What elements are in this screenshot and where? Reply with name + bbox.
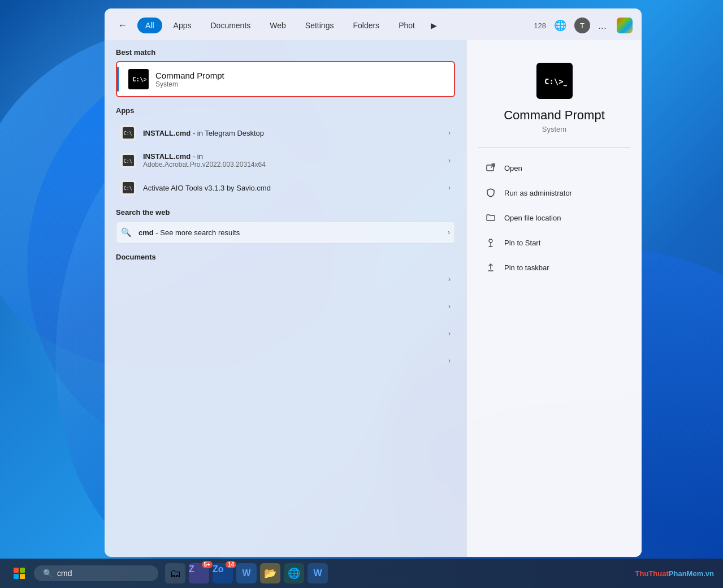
right-divider: [478, 147, 630, 148]
taskbar-word[interactable]: W: [308, 563, 328, 583]
taskbar-w-app[interactable]: W: [236, 563, 257, 583]
pin-taskbar-label: Pin to taskbar: [504, 263, 549, 272]
brand-red: ThuThuat: [635, 569, 669, 578]
search-icon: 🔍: [121, 227, 132, 237]
tab-photos[interactable]: Phot: [391, 18, 423, 33]
app-item-activate-aio[interactable]: C:\ Activate AIO Tools v3.1.3 by Savio.c…: [116, 174, 455, 201]
open-icon: [485, 162, 496, 174]
result-count: 128: [534, 21, 546, 30]
best-match-item[interactable]: C:\>_ Command Prompt System: [116, 61, 455, 97]
word-icon: W: [313, 568, 322, 578]
doc-chevron-4: ›: [448, 357, 451, 365]
svg-line-11: [491, 164, 495, 167]
svg-point-12: [489, 239, 492, 243]
tab-apps[interactable]: Apps: [166, 18, 200, 33]
doc-item-4[interactable]: ›: [116, 347, 455, 374]
main-content: Best match C:\>_ Command Prompt System A…: [105, 40, 642, 557]
taskbar-zing[interactable]: Z 5+: [189, 563, 209, 583]
filter-tabs: ← All Apps Documents Web Settings Folder…: [105, 8, 642, 40]
doc-icon-1: [120, 271, 136, 287]
left-panel: Best match C:\>_ Command Prompt System A…: [105, 40, 466, 557]
file-explorer-icon: 🗂: [170, 567, 181, 580]
doc-item-1[interactable]: ›: [116, 266, 455, 293]
action-pin-taskbar[interactable]: Pin to taskbar: [478, 256, 630, 279]
activate-aio-text: Activate AIO Tools v3.1.3 by Savio.cmd: [143, 184, 441, 192]
windows-colorful-icon: [617, 18, 633, 33]
right-app-icon: C:\>_: [536, 63, 573, 99]
action-run-admin[interactable]: Run as administrator: [478, 181, 630, 204]
taskbar-chrome[interactable]: 🌐: [284, 563, 304, 583]
right-app-name: Command Prompt: [504, 108, 605, 123]
run-admin-label: Run as administrator: [504, 189, 572, 197]
documents-title: Documents: [116, 253, 455, 261]
action-pin-start[interactable]: Pin to Start: [478, 231, 630, 254]
doc-chevron-1: ›: [448, 275, 451, 283]
svg-text:C:\: C:\: [124, 186, 132, 191]
w-app-icon: W: [242, 568, 250, 578]
right-app-type: System: [542, 125, 566, 133]
back-button[interactable]: ←: [114, 16, 132, 34]
brand-text: ThuThuatPhanMem.vn: [635, 569, 714, 578]
taskbar-zalo[interactable]: Zo 14: [213, 563, 233, 583]
pin-start-label: Pin to Start: [504, 239, 540, 247]
activate-aio-icon: C:\: [120, 180, 136, 196]
taskbar: 🔍 cmd 🗂 Z 5+ Zo 14 W 📂 🌐: [0, 559, 723, 588]
doc-icon-2: [120, 299, 136, 314]
taskbar-file-explorer[interactable]: 🗂: [165, 563, 185, 583]
pin-taskbar-icon: [485, 262, 496, 273]
taskbar-file-manager[interactable]: 📂: [260, 563, 280, 583]
install-cmd-icon-2: C:\: [120, 153, 136, 168]
right-actions: Open Run as administrator: [478, 157, 630, 279]
svg-text:C:\: C:\: [124, 159, 132, 164]
apps-section-title: Apps: [116, 106, 455, 115]
start-button[interactable]: [9, 563, 29, 583]
taskbar-search-text: cmd: [57, 569, 72, 578]
shield-icon: [485, 187, 496, 198]
zalo-badge: 14: [226, 561, 236, 568]
svg-text:C:\>_: C:\>_: [544, 77, 567, 87]
file-manager-icon: 📂: [264, 567, 276, 580]
chevron-icon-2: ›: [448, 157, 451, 165]
doc-item-2[interactable]: ›: [116, 293, 455, 320]
zing-icon: Z: [189, 564, 194, 574]
doc-item-3[interactable]: ›: [116, 320, 455, 347]
chevron-icon-1: ›: [448, 129, 451, 137]
brand-blue: PhanMem.vn: [669, 569, 714, 578]
best-match-title: Best match: [116, 48, 455, 57]
network-icon: 🌐: [554, 19, 566, 32]
more-button[interactable]: ...: [594, 20, 611, 32]
chevron-icon-3: ›: [448, 184, 451, 192]
right-panel: C:\>_ Command Prompt System Open: [466, 40, 642, 557]
app-item-install-telegram[interactable]: C:\ INSTALL.cmd - in Telegram Desktop ›: [116, 119, 455, 146]
zing-badge: 5+: [202, 561, 213, 568]
best-match-text: Command Prompt System: [155, 71, 224, 88]
install-adobe-text: INSTALL.cmd - in Adobe.Acrobat.Pro.v2022…: [143, 152, 441, 168]
tab-settings[interactable]: Settings: [297, 18, 342, 33]
tab-folders[interactable]: Folders: [345, 18, 387, 33]
install-telegram-text: INSTALL.cmd - in Telegram Desktop: [143, 129, 441, 137]
search-web-title: Search the web: [116, 208, 455, 217]
tab-web[interactable]: Web: [262, 18, 294, 33]
action-open[interactable]: Open: [478, 157, 630, 179]
tab-play[interactable]: ▶: [426, 18, 441, 33]
back-icon: ←: [118, 20, 127, 31]
svg-text:C:\: C:\: [124, 131, 132, 136]
user-avatar[interactable]: T: [574, 18, 590, 33]
tab-documents[interactable]: Documents: [202, 18, 258, 33]
app-item-install-adobe[interactable]: C:\ INSTALL.cmd - in Adobe.Acrobat.Pro.v…: [116, 146, 455, 174]
pin-start-icon: [485, 237, 496, 248]
taskbar-apps: 🗂 Z 5+ Zo 14 W 📂 🌐 W: [165, 563, 328, 583]
svg-text:C:\>_: C:\>_: [132, 76, 146, 83]
cmd-app-icon: C:\>_: [128, 69, 149, 89]
taskbar-search-box[interactable]: 🔍 cmd: [34, 565, 158, 581]
tab-all[interactable]: All: [137, 18, 162, 33]
folder-icon: [485, 212, 496, 223]
taskbar-search-icon: 🔍: [43, 569, 53, 578]
search-web-item[interactable]: 🔍 cmd - See more search results ›: [116, 221, 455, 244]
action-open-location[interactable]: Open file location: [478, 206, 630, 229]
chevron-icon-search: ›: [448, 228, 450, 236]
zalo-icon: Zo: [213, 564, 224, 574]
search-panel: ← All Apps Documents Web Settings Folder…: [105, 8, 642, 557]
doc-chevron-2: ›: [448, 302, 451, 310]
search-web-text: cmd - See more search results: [138, 228, 441, 237]
